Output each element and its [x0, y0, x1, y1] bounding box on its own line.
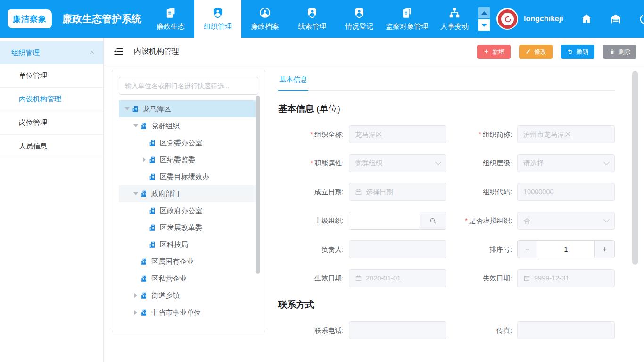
form-field-组织层级: 组织层级:请选择	[446, 154, 615, 172]
field-select: 请选择	[517, 154, 615, 172]
nav-up-icon[interactable]	[478, 7, 490, 18]
sidebar-item-岗位管理[interactable]: 岗位管理	[0, 111, 103, 135]
sidebar-item-人员信息[interactable]: 人员信息	[0, 135, 103, 158]
content: 龙马潭区党群组织区党委办公室区纪委监委区委目标绩效办政府部门区政府办公室区发展改…	[104, 66, 644, 350]
tree-node-区发展改革委[interactable]: 区发展改革委	[119, 219, 258, 236]
select-value: 党群组织	[355, 159, 436, 168]
form-row: 联系电话:传真:	[278, 321, 615, 339]
detail-form-panel: 基本信息 基本信息 (单位)*组织全称:龙马潭区*组织简称:泸州市龙马潭区*职能…	[278, 70, 615, 350]
building-icon	[149, 156, 157, 164]
page-toolbar: 内设机构管理 新增修改撤销删除	[104, 38, 644, 66]
form-row: *组织全称:龙马潭区*组织简称:泸州市龙马潭区	[278, 125, 615, 143]
nav-item-组织管理[interactable]: 组织管理	[194, 0, 241, 38]
tree-node-龙马潭区[interactable]: 龙马潭区	[119, 100, 258, 117]
brand-seal-text: 廉洁察象	[13, 14, 47, 25]
caret-down-icon[interactable]	[131, 192, 140, 195]
tree-node-区属国有企业[interactable]: 区属国有企业	[119, 253, 258, 270]
tree-node-政府部门[interactable]: 政府部门	[119, 185, 258, 202]
required-asterisk: *	[465, 217, 468, 224]
sidebar-group-label: 组织管理	[11, 49, 40, 58]
nav-item-线索管理[interactable]: 线索管理	[289, 0, 336, 38]
search-button[interactable]	[420, 212, 446, 229]
tree-node-区委目标绩效办[interactable]: 区委目标绩效办	[119, 168, 258, 185]
outdent-icon[interactable]	[113, 46, 124, 58]
form-field-传真: 传真:	[446, 321, 615, 339]
sidebar-item-单位管理[interactable]: 单位管理	[0, 64, 103, 88]
button-label: 删除	[618, 48, 630, 56]
tree-scrollbar[interactable]	[256, 96, 260, 274]
form-field-上级组织: 上级组织:	[278, 212, 446, 230]
search-input[interactable]	[349, 212, 420, 229]
form-row: 负责人:排序号:−1+	[278, 240, 615, 258]
avatar[interactable]	[496, 8, 518, 30]
date-value: 2020-01-01	[366, 274, 440, 282]
form-field-负责人: 负责人:	[278, 240, 446, 258]
required-asterisk: *	[479, 131, 481, 138]
caret-down-icon[interactable]	[123, 107, 132, 110]
building-icon	[140, 122, 148, 130]
tree-node-区纪委监委[interactable]: 区纪委监委	[119, 151, 258, 168]
field-input	[517, 321, 615, 339]
新增-button[interactable]: 新增	[477, 45, 511, 59]
sidebar-item-内设机构管理[interactable]: 内设机构管理	[0, 88, 103, 111]
nav-item-label: 情况登记	[345, 22, 373, 31]
documents-icon	[165, 7, 177, 19]
tree-node-label: 龙马潭区	[143, 105, 171, 114]
undo-icon	[567, 49, 573, 55]
caret-right-icon[interactable]	[140, 157, 149, 162]
building-icon	[149, 207, 157, 214]
nav-item-监察对象管理[interactable]: 监察对象管理	[383, 0, 431, 38]
section-title-text: 联系方式	[278, 300, 314, 310]
tree-node-label: 中省市事业单位	[151, 308, 201, 317]
building-icon	[149, 224, 157, 231]
shield-user-icon	[306, 7, 318, 19]
field-datepicker: 9999-12-31	[517, 269, 615, 287]
tree-node-区政府办公室[interactable]: 区政府办公室	[119, 202, 258, 219]
tree-node-label: 政府部门	[151, 189, 180, 198]
calendar-icon	[355, 275, 362, 282]
nav-item-label: 线索管理	[298, 22, 326, 31]
button-label: 新增	[492, 48, 504, 56]
tree-node-区科技局[interactable]: 区科技局	[119, 236, 258, 253]
nav-down-icon[interactable]	[478, 19, 490, 31]
caret-down-icon[interactable]	[131, 124, 140, 127]
nav-item-情况登记[interactable]: 情况登记	[336, 0, 383, 38]
tree-node-区党委办公室[interactable]: 区党委办公室	[119, 134, 258, 151]
org-chart-icon	[448, 7, 461, 19]
nav-item-人事变动[interactable]: 人事变动	[431, 0, 478, 38]
main-scrollbar[interactable]	[632, 71, 638, 265]
stepper-plus-button[interactable]: +	[595, 241, 614, 258]
tree-filter-input[interactable]	[119, 77, 258, 95]
修改-button[interactable]: 修改	[519, 45, 553, 59]
caret-right-icon[interactable]	[131, 310, 140, 315]
tab-basic-info[interactable]: 基本信息	[278, 70, 308, 91]
tree-node-label: 区私营企业	[151, 274, 187, 283]
sidebar-item-label: 单位管理	[19, 71, 47, 80]
org-tree: 龙马潭区党群组织区党委办公室区纪委监委区委目标绩效办政府部门区政府办公室区发展改…	[119, 100, 258, 321]
caret-right-icon[interactable]	[131, 293, 140, 298]
power-icon[interactable]	[639, 13, 644, 25]
chevron-down-icon	[603, 159, 610, 165]
stepper-minus-button[interactable]: −	[518, 241, 537, 258]
building-icon	[149, 139, 157, 147]
tree-node-中省市事业单位[interactable]: 中省市事业单位	[119, 304, 258, 321]
tree-node-街道乡镇[interactable]: 街道乡镇	[119, 287, 258, 304]
tree-node-label: 街道乡镇	[151, 291, 180, 300]
撤销-button[interactable]: 撤销	[561, 45, 594, 59]
删除-button[interactable]: 删除	[603, 45, 636, 59]
home-icon[interactable]	[580, 13, 593, 25]
tree-node-党群组织[interactable]: 党群组织	[119, 117, 258, 134]
stepper-value[interactable]: 1	[537, 241, 595, 258]
form-field-联系电话: 联系电话:	[278, 321, 446, 339]
warehouse-icon[interactable]	[610, 13, 622, 25]
sidebar-group-header[interactable]: 组织管理	[0, 41, 103, 64]
nav-item-廉政生态[interactable]: 廉政生态	[147, 0, 194, 38]
main-area: 内设机构管理 新增修改撤销删除 龙马潭区党群组织区党委办公室区纪委监委区委目标绩…	[104, 38, 644, 362]
nav-item-廉政档案[interactable]: 廉政档案	[241, 0, 289, 38]
field-input: 泸州市龙马潭区	[517, 125, 615, 143]
field-label: 上级组织:	[278, 216, 349, 225]
number-stepper: −1+	[517, 240, 615, 258]
tree-node-区私营企业[interactable]: 区私营企业	[119, 270, 258, 287]
field-label: 成立日期:	[278, 188, 349, 197]
field-label: 生效日期:	[278, 274, 349, 283]
